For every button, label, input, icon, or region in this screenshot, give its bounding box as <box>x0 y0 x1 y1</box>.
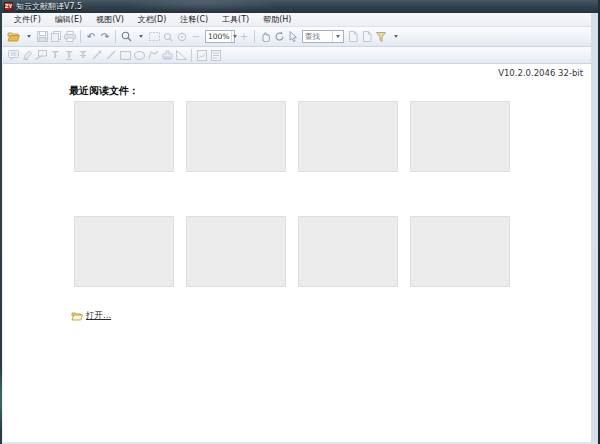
zoom-tool-button[interactable] <box>119 29 133 45</box>
printer-icon <box>64 31 76 42</box>
app-window: ZY 知云文献翻译V7.5 文件(F) 编辑(E) 视图(V) 文档(D) 注释… <box>2 0 598 444</box>
annotation-list-icon <box>211 50 221 61</box>
find-combo-dropdown[interactable] <box>332 31 341 42</box>
zoom-tool-dropdown[interactable] <box>133 29 147 45</box>
find-combobox[interactable]: 查找 <box>302 30 344 43</box>
open-file-dropdown[interactable] <box>21 29 35 45</box>
rotate-right-icon: ↷ <box>101 32 109 42</box>
toolbar-separator <box>115 30 116 43</box>
save-icon <box>37 31 48 42</box>
recent-files-grid <box>74 101 510 287</box>
hand-icon <box>260 31 271 42</box>
strikeout-text-button[interactable]: T <box>76 47 90 63</box>
window-title: 知云文献翻译V7.5 <box>16 1 82 12</box>
app-logo-icon: ZY <box>4 2 13 11</box>
loupe-icon <box>163 32 173 42</box>
text-callout-button[interactable] <box>34 47 48 63</box>
arrow-icon <box>92 50 102 60</box>
menu-tools[interactable]: 工具(T) <box>215 13 256 26</box>
menu-comment[interactable]: 注释(C) <box>173 13 215 26</box>
page-previous-icon <box>348 31 358 42</box>
ellipse-annotation-button[interactable] <box>132 47 146 63</box>
menu-edit[interactable]: 编辑(E) <box>48 13 89 26</box>
hand-tool-button[interactable] <box>258 29 272 45</box>
previous-result-button[interactable] <box>346 29 360 45</box>
menu-help[interactable]: 帮助(H) <box>256 13 298 26</box>
polygon-icon <box>148 50 159 60</box>
underline-text-icon: T <box>66 50 72 60</box>
menu-file[interactable]: 文件(F) <box>7 13 48 26</box>
rotate-left-button[interactable]: ↶ <box>84 29 98 45</box>
stamp-icon <box>162 50 173 60</box>
select-tool-button[interactable] <box>286 29 300 45</box>
marquee-rect-icon <box>149 32 160 41</box>
rotate-left-icon: ↶ <box>87 32 95 42</box>
manage-annotations-button[interactable] <box>209 47 223 63</box>
rectangle-icon <box>120 51 131 60</box>
recent-file-thumbnail-3[interactable] <box>298 101 398 172</box>
measure-button[interactable] <box>174 47 188 63</box>
toolbar-separator <box>191 49 192 62</box>
highlight-button[interactable] <box>20 47 34 63</box>
sign-document-button[interactable] <box>195 47 209 63</box>
arrow-annotation-button[interactable] <box>90 47 104 63</box>
plus-icon: + <box>240 32 248 42</box>
annotation-toolbar: T T T <box>3 47 591 64</box>
rotate-right-button[interactable]: ↷ <box>98 29 112 45</box>
zoom-out-button[interactable]: − <box>189 29 203 45</box>
menu-bar: 文件(F) 编辑(E) 视图(V) 文档(D) 注释(C) 工具(T) 帮助(H… <box>3 13 591 27</box>
rectangle-annotation-button[interactable] <box>118 47 132 63</box>
open-file-button[interactable] <box>6 29 21 45</box>
strikeout-text-icon: T <box>80 50 86 60</box>
stamp-button[interactable] <box>160 47 174 63</box>
zoom-in-button[interactable]: + <box>237 29 251 45</box>
rotate-view-button[interactable] <box>272 29 286 45</box>
page-next-icon <box>362 31 372 42</box>
sign-doc-icon <box>197 50 207 61</box>
caret-down-icon <box>139 35 143 38</box>
toolbar-separator <box>80 30 81 43</box>
minus-icon: − <box>192 32 200 42</box>
print-button[interactable] <box>63 29 77 45</box>
pan-zoom-icon <box>177 32 187 42</box>
find-input-value: 查找 <box>305 32 330 42</box>
save-button[interactable] <box>35 29 49 45</box>
version-label: V10.2.0.2046 32-bit <box>498 68 583 78</box>
rotate-view-icon <box>274 31 285 42</box>
sticky-note-button[interactable] <box>6 47 20 63</box>
pointer-icon <box>289 31 298 42</box>
line-annotation-button[interactable] <box>104 47 118 63</box>
recent-file-thumbnail-6[interactable] <box>186 216 286 287</box>
next-result-button[interactable] <box>360 29 374 45</box>
main-toolbar: ↶ ↷ <box>3 27 591 47</box>
funnel-icon <box>376 32 386 42</box>
title-bar: ZY 知云文献翻译V7.5 <box>2 0 598 13</box>
zoom-level-combobox[interactable]: 100% <box>205 30 235 43</box>
save-copy-button[interactable] <box>49 29 63 45</box>
typewriter-icon: T <box>52 50 58 60</box>
open-file-link[interactable]: 打开... <box>71 306 111 325</box>
recent-file-thumbnail-4[interactable] <box>410 101 510 172</box>
filter-button[interactable] <box>374 29 388 45</box>
recent-file-thumbnail-2[interactable] <box>186 101 286 172</box>
polygon-annotation-button[interactable] <box>146 47 160 63</box>
typewriter-button[interactable]: T <box>48 47 62 63</box>
caret-down-icon <box>336 35 340 38</box>
save-copy-icon <box>51 31 62 42</box>
caret-down-icon <box>394 35 398 38</box>
underline-text-button[interactable]: T <box>62 47 76 63</box>
caret-down-icon <box>27 35 31 38</box>
recent-file-thumbnail-5[interactable] <box>74 216 174 287</box>
menu-document[interactable]: 文档(D) <box>131 13 173 26</box>
recent-file-thumbnail-8[interactable] <box>410 216 510 287</box>
open-folder-icon <box>71 306 83 325</box>
loupe-zoom-button[interactable] <box>161 29 175 45</box>
marquee-zoom-button[interactable] <box>147 29 161 45</box>
recent-file-thumbnail-1[interactable] <box>74 101 174 172</box>
window-frame: 文件(F) 编辑(E) 视图(V) 文档(D) 注释(C) 工具(T) 帮助(H… <box>2 13 598 444</box>
pan-zoom-button[interactable] <box>175 29 189 45</box>
menu-view[interactable]: 视图(V) <box>89 13 131 26</box>
highlighter-icon <box>22 50 33 60</box>
filter-dropdown[interactable] <box>388 29 402 45</box>
recent-file-thumbnail-7[interactable] <box>298 216 398 287</box>
